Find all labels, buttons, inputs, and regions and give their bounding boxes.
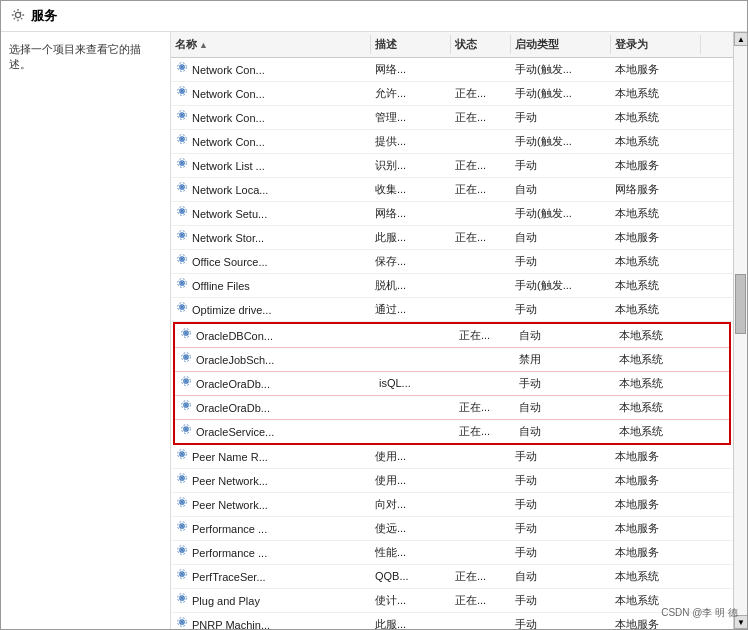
svg-point-9 bbox=[181, 114, 184, 117]
table-row[interactable]: Performance ... 性能... 手动 本地服务 bbox=[171, 541, 733, 565]
table-row[interactable]: Network Loca... 收集... 正在... 自动 网络服务 bbox=[171, 178, 733, 202]
table-body[interactable]: Network Con... 网络... 手动(触发... 本地服务 Netwo… bbox=[171, 58, 733, 629]
cell-logon: 网络服务 bbox=[611, 178, 701, 201]
cell-startup: 手动 bbox=[511, 298, 611, 321]
cell-name: OracleOraDb... bbox=[175, 396, 375, 419]
cell-name: Network Con... bbox=[171, 106, 371, 129]
cell-startup: 手动 bbox=[511, 250, 611, 273]
table-header: 名称 ▲ 描述 状态 启动类型 登录为 bbox=[171, 32, 733, 58]
title-icon bbox=[11, 8, 25, 25]
col-status[interactable]: 状态 bbox=[451, 35, 511, 54]
cell-logon: 本地服务 bbox=[611, 58, 701, 81]
table-row[interactable]: Peer Network... 向对... 手动 本地服务 bbox=[171, 493, 733, 517]
window-title: 服务 bbox=[31, 7, 57, 25]
cell-status: 正在... bbox=[451, 106, 511, 129]
cell-startup: 手动 bbox=[511, 589, 611, 612]
cell-name: Network Con... bbox=[171, 130, 371, 153]
service-icon bbox=[175, 447, 189, 466]
cell-startup: 手动 bbox=[511, 613, 611, 629]
cell-desc: 使用... bbox=[371, 445, 451, 468]
cell-logon: 本地系统 bbox=[611, 106, 701, 129]
service-icon bbox=[175, 204, 189, 223]
table-row[interactable]: Plug and Play 使计... 正在... 手动 本地系统 bbox=[171, 589, 733, 613]
table-row[interactable]: Network Con... 允许... 正在... 手动(触发... 本地系统 bbox=[171, 82, 733, 106]
svg-point-66 bbox=[181, 573, 184, 576]
service-icon bbox=[175, 495, 189, 514]
table-row[interactable]: Network List ... 识别... 正在... 手动 本地服务 bbox=[171, 154, 733, 178]
cell-name: OracleDBCon... bbox=[175, 324, 375, 347]
cell-logon: 本地系统 bbox=[615, 396, 705, 419]
scroll-thumb[interactable] bbox=[735, 274, 746, 334]
table-row[interactable]: Network Con... 网络... 手动(触发... 本地服务 bbox=[171, 58, 733, 82]
table-row[interactable]: Offline Files 脱机... 手动(触发... 本地系统 bbox=[171, 274, 733, 298]
scroll-up-btn[interactable]: ▲ bbox=[734, 32, 747, 46]
table-row[interactable]: Optimize drive... 通过... 手动 本地系统 bbox=[171, 298, 733, 322]
cell-logon: 本地系统 bbox=[615, 372, 705, 395]
table-row[interactable]: OracleOraDb... 正在... 自动 本地系统 bbox=[175, 396, 729, 420]
svg-point-57 bbox=[181, 501, 184, 504]
service-icon bbox=[175, 84, 189, 103]
table-row[interactable]: Performance ... 使远... 手动 本地服务 bbox=[171, 517, 733, 541]
table-row[interactable]: Network Con... 管理... 正在... 手动 本地系统 bbox=[171, 106, 733, 130]
service-icon bbox=[175, 180, 189, 199]
table-row[interactable]: PNRP Machin... 此服... 手动 本地服务 bbox=[171, 613, 733, 629]
cell-desc bbox=[375, 324, 455, 347]
cell-status: 正在... bbox=[451, 589, 511, 612]
cell-desc bbox=[375, 396, 455, 419]
svg-point-48 bbox=[185, 428, 188, 431]
col-name[interactable]: 名称 ▲ bbox=[171, 35, 371, 54]
col-logon[interactable]: 登录为 bbox=[611, 35, 701, 54]
col-extra bbox=[701, 35, 721, 54]
table-row[interactable]: OracleService... 正在... 自动 本地系统 bbox=[175, 420, 729, 443]
cell-name: Performance ... bbox=[171, 517, 371, 540]
table-row[interactable]: Network Stor... 此服... 正在... 自动 本地服务 bbox=[171, 226, 733, 250]
table-row[interactable]: Peer Name R... 使用... 手动 本地服务 bbox=[171, 445, 733, 469]
cell-startup: 自动 bbox=[515, 420, 615, 443]
cell-startup: 手动 bbox=[511, 517, 611, 540]
table-row[interactable]: Network Setu... 网络... 手动(触发... 本地系统 bbox=[171, 202, 733, 226]
svg-point-72 bbox=[181, 621, 184, 624]
table-row[interactable]: OracleJobSch... 禁用 本地系统 bbox=[175, 348, 729, 372]
cell-name: OracleOraDb... bbox=[175, 372, 375, 395]
svg-point-42 bbox=[185, 380, 188, 383]
cell-name: Peer Network... bbox=[171, 493, 371, 516]
cell-name: Network Stor... bbox=[171, 226, 371, 249]
cell-status bbox=[455, 348, 515, 371]
cell-name: Network Loca... bbox=[171, 178, 371, 201]
cell-startup: 手动 bbox=[511, 541, 611, 564]
service-icon bbox=[175, 567, 189, 586]
cell-name: Optimize drive... bbox=[171, 298, 371, 321]
table-row[interactable]: PerfTraceSer... QQB... 正在... 自动 本地系统 bbox=[171, 565, 733, 589]
cell-startup: 自动 bbox=[515, 324, 615, 347]
table-row[interactable]: Network Con... 提供... 手动(触发... 本地系统 bbox=[171, 130, 733, 154]
svg-point-54 bbox=[181, 477, 184, 480]
cell-desc: 网络... bbox=[371, 202, 451, 225]
cell-status bbox=[451, 493, 511, 516]
table-row[interactable]: Office Source... 保存... 手动 本地系统 bbox=[171, 250, 733, 274]
watermark: CSDN @李 明 德 bbox=[661, 606, 738, 620]
table-row[interactable]: OracleDBCon... 正在... 自动 本地系统 bbox=[175, 324, 729, 348]
cell-status: 正在... bbox=[451, 226, 511, 249]
service-icon bbox=[179, 326, 193, 345]
cell-desc: 收集... bbox=[371, 178, 451, 201]
cell-status bbox=[451, 274, 511, 297]
service-icon bbox=[175, 228, 189, 247]
svg-point-18 bbox=[181, 186, 184, 189]
cell-startup: 手动 bbox=[515, 372, 615, 395]
col-startup[interactable]: 启动类型 bbox=[511, 35, 611, 54]
right-panel: 名称 ▲ 描述 状态 启动类型 登录为 Network Con... 网络...… bbox=[171, 32, 733, 629]
service-icon bbox=[179, 398, 193, 417]
table-row[interactable]: Peer Network... 使用... 手动 本地服务 bbox=[171, 469, 733, 493]
cell-status bbox=[451, 613, 511, 629]
col-desc[interactable]: 描述 bbox=[371, 35, 451, 54]
title-bar: 服务 bbox=[1, 1, 747, 32]
cell-startup: 手动(触发... bbox=[511, 130, 611, 153]
cell-name: Plug and Play bbox=[171, 589, 371, 612]
scroll-track[interactable] bbox=[734, 46, 747, 615]
scrollbar[interactable]: ▲ ▼ bbox=[733, 32, 747, 629]
svg-point-21 bbox=[181, 210, 184, 213]
table-row[interactable]: OracleOraDb... isQL... 手动 本地系统 bbox=[175, 372, 729, 396]
service-icon bbox=[175, 519, 189, 538]
cell-startup: 手动 bbox=[511, 469, 611, 492]
cell-status bbox=[451, 541, 511, 564]
